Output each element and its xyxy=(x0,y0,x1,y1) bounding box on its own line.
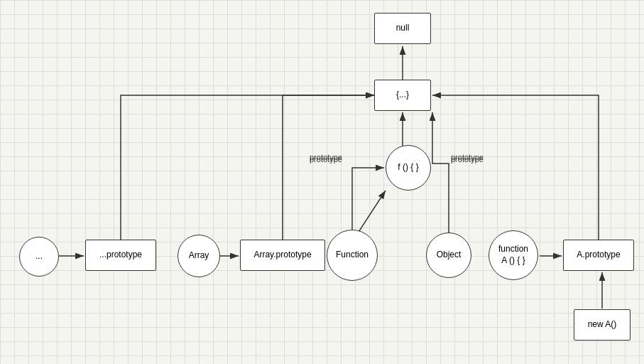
node-new-a: new A() xyxy=(574,309,631,341)
node-funcA: function A () { } xyxy=(489,230,538,280)
node-array-proto-label: Array.prototype xyxy=(253,250,311,261)
node-funcA-label: function A () { } xyxy=(498,244,528,266)
node-array-proto: Array.prototype xyxy=(240,240,325,271)
node-array-label: Array xyxy=(189,250,209,262)
node-null-label: null xyxy=(396,23,410,34)
node-f: f () { } xyxy=(386,145,431,191)
node-array: Array xyxy=(178,235,220,277)
node-proto: ...prototype xyxy=(85,240,156,271)
arrows-svg xyxy=(0,0,644,364)
node-obj-proto-label: {...} xyxy=(396,90,409,101)
node-a-proto-label: A.prototype xyxy=(577,250,620,261)
node-dots: ... xyxy=(19,237,59,277)
node-function-label: Function xyxy=(336,250,369,261)
prototype-label-function: prototype xyxy=(310,155,342,164)
node-proto-label: ...prototype xyxy=(99,250,142,261)
node-new-a-label: new A() xyxy=(588,319,617,331)
node-a-proto: A.prototype xyxy=(563,240,634,271)
node-f-label: f () { } xyxy=(398,162,418,173)
node-obj-proto: {...} xyxy=(374,80,431,111)
diagram: prototype prototype null {...} f () { } … xyxy=(0,0,644,364)
node-function: Function xyxy=(327,230,378,281)
node-null: null xyxy=(374,13,431,44)
node-dots-label: ... xyxy=(36,251,43,262)
prototype-label-object: prototype xyxy=(451,155,484,164)
node-object: Object xyxy=(426,232,471,278)
node-object-label: Object xyxy=(437,250,462,261)
